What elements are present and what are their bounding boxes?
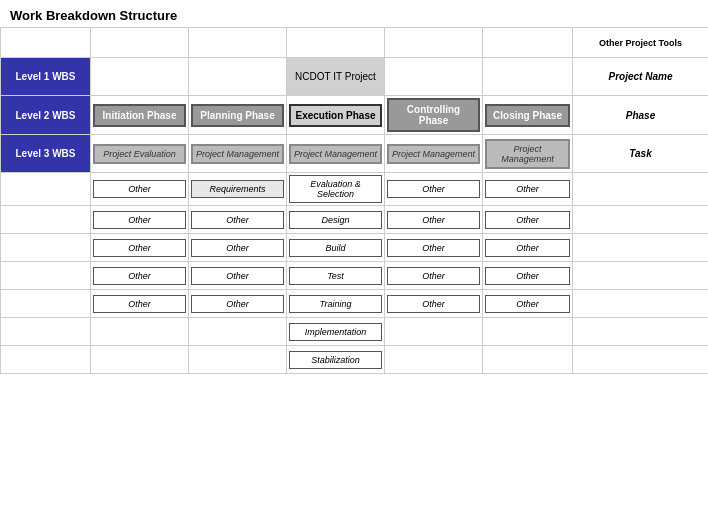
ncdot-project: NCDOT IT Project bbox=[287, 58, 385, 96]
task-5-col5: Other bbox=[485, 295, 570, 313]
task-label: Task bbox=[573, 135, 709, 173]
task-1-col5: Other bbox=[485, 180, 570, 198]
proj-mgmt-planning: Project Management bbox=[191, 144, 284, 164]
task-4-col3: Test bbox=[289, 267, 382, 285]
project-name-label: Project Name bbox=[573, 58, 709, 96]
task-2-col2: Other bbox=[191, 211, 284, 229]
task-3-col3: Build bbox=[289, 239, 382, 257]
wbs-table: Other Project Tools Level 1 WBS NCDOT IT… bbox=[0, 27, 708, 374]
task-1-col1: Other bbox=[93, 180, 186, 198]
level3-row: Level 3 WBS Project Evaluation Project M… bbox=[1, 135, 709, 173]
task-2-col5: Other bbox=[485, 211, 570, 229]
execution-phase: Execution Phase bbox=[289, 104, 382, 127]
task-6-col3: Implementation bbox=[289, 323, 382, 341]
level3-label: Level 3 WBS bbox=[1, 135, 91, 173]
task-1-col3: Evaluation & Selection bbox=[289, 175, 382, 203]
level2-label: Level 2 WBS bbox=[1, 96, 91, 135]
task-2-col3: Design bbox=[289, 211, 382, 229]
controlling-phase: Controlling Phase bbox=[387, 98, 480, 132]
task-row-5: Other Other Training Other Other bbox=[1, 290, 709, 318]
planning-phase: Planning Phase bbox=[191, 104, 284, 127]
task-7-col3: Stabilization bbox=[289, 351, 382, 369]
level1-row: Level 1 WBS NCDOT IT Project Project Nam… bbox=[1, 58, 709, 96]
task-row-1: Other Requirements Evaluation & Selectio… bbox=[1, 173, 709, 206]
task-5-col3: Training bbox=[289, 295, 382, 313]
task-1-col2: Requirements bbox=[191, 180, 284, 198]
level1-label: Level 1 WBS bbox=[1, 58, 91, 96]
task-1-col4: Other bbox=[387, 180, 480, 198]
task-row-7: Stabilization bbox=[1, 346, 709, 374]
initiation-phase: Initiation Phase bbox=[93, 104, 186, 127]
task-4-col5: Other bbox=[485, 267, 570, 285]
task-3-col1: Other bbox=[93, 239, 186, 257]
proj-mgmt-controlling: Project Management bbox=[387, 144, 480, 164]
page-title: Work Breakdown Structure bbox=[0, 0, 708, 27]
task-3-col2: Other bbox=[191, 239, 284, 257]
level2-row: Level 2 WBS Initiation Phase Planning Ph… bbox=[1, 96, 709, 135]
proj-eval: Project Evaluation bbox=[93, 144, 186, 164]
task-row-4: Other Other Test Other Other bbox=[1, 262, 709, 290]
task-3-col5: Other bbox=[485, 239, 570, 257]
task-2-col4: Other bbox=[387, 211, 480, 229]
proj-mgmt-execution: Project Management bbox=[289, 144, 382, 164]
task-3-col4: Other bbox=[387, 239, 480, 257]
proj-mgmt-closing: Project Management bbox=[485, 139, 570, 169]
phase-label: Phase bbox=[573, 96, 709, 135]
header-row: Other Project Tools bbox=[1, 28, 709, 58]
task-4-col2: Other bbox=[191, 267, 284, 285]
other-tools-header: Other Project Tools bbox=[573, 28, 709, 58]
task-row-6: Implementation bbox=[1, 318, 709, 346]
task-4-col1: Other bbox=[93, 267, 186, 285]
closing-phase: Closing Phase bbox=[485, 104, 570, 127]
task-row-2: Other Other Design Other Other bbox=[1, 206, 709, 234]
task-4-col4: Other bbox=[387, 267, 480, 285]
task-5-col2: Other bbox=[191, 295, 284, 313]
task-row-3: Other Other Build Other Other bbox=[1, 234, 709, 262]
task-5-col4: Other bbox=[387, 295, 480, 313]
task-2-col1: Other bbox=[93, 211, 186, 229]
task-5-col1: Other bbox=[93, 295, 186, 313]
